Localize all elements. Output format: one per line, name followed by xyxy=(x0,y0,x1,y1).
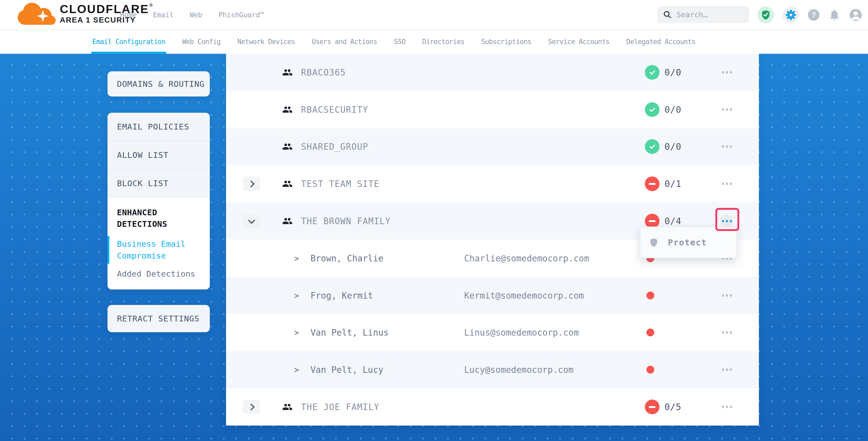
member-caret: > xyxy=(294,328,299,337)
tab-delegated-accounts[interactable]: Delegated Accounts xyxy=(626,30,695,54)
row-menu-button[interactable] xyxy=(720,103,734,116)
page: CLOUDFLARE® AREA 1 SECURITY Home Email W… xyxy=(0,0,868,441)
minus-icon xyxy=(649,183,656,185)
protection-count: 0/0 xyxy=(664,141,681,152)
group-icon xyxy=(282,141,293,152)
member-email: Lucy@somedemocorp.com xyxy=(464,365,574,375)
search-input[interactable] xyxy=(676,10,740,20)
status-badge-blocked xyxy=(645,214,659,228)
row-menu-button[interactable] xyxy=(720,140,734,153)
protection-count: 0/0 xyxy=(664,104,681,115)
member-name: Van Pelt, Lucy xyxy=(310,365,383,375)
member-name: Frog, Kermit xyxy=(310,290,373,301)
menu-item-protect[interactable]: Protect xyxy=(649,238,707,248)
status-badge-ok xyxy=(645,102,659,117)
protection-count: 0/4 xyxy=(664,216,681,226)
table-row-test-team-site[interactable]: TEST TEAM SITE 0/1 xyxy=(226,165,759,202)
nav-phishguard[interactable]: PhishGuard™ xyxy=(218,11,264,19)
search-box[interactable] xyxy=(657,6,749,23)
row-menu-button[interactable] xyxy=(720,66,734,79)
sidebar-section-enhanced-detections: ENHANCED DETECTIONS Business Email Compr… xyxy=(107,198,210,289)
nav-email[interactable]: Email xyxy=(153,11,174,19)
status-dot-blocked xyxy=(646,328,654,336)
member-email: Kermit@somedemocorp.com xyxy=(464,290,584,301)
status-badge-ok xyxy=(645,65,659,80)
sidebar-item-business-email-compromise[interactable]: Business Email Compromise xyxy=(117,238,201,262)
table-row-rbaco365[interactable]: RBACO365 0/0 xyxy=(226,54,759,91)
row-menu-button-active[interactable] xyxy=(720,215,734,228)
member-caret: > xyxy=(294,365,299,374)
nav-home[interactable]: Home xyxy=(120,11,136,19)
group-name: THE JOE FAMILY xyxy=(301,402,379,412)
group-name: THE BROWN FAMILY xyxy=(301,216,391,226)
enhanced-detections-title[interactable]: ENHANCED DETECTIONS xyxy=(117,207,201,230)
chevron-right-icon xyxy=(248,180,255,187)
table-row-van-pelt-lucy[interactable]: > Van Pelt, Lucy Lucy@somedemocorp.com xyxy=(226,351,759,388)
member-email: Charlie@somedemocorp.com xyxy=(464,253,589,263)
tab-email-configuration[interactable]: Email Configuration xyxy=(92,30,165,54)
row-menu-button[interactable] xyxy=(720,363,734,376)
top-nav: Home Email Web PhishGuard™ xyxy=(120,0,264,30)
member-caret: > xyxy=(294,291,299,300)
chevron-right-icon xyxy=(248,404,255,411)
table-row-shared-group[interactable]: SHARED_GROUP 0/0 xyxy=(226,128,759,165)
protection-count: 0/5 xyxy=(664,402,681,412)
active-tab-underline xyxy=(91,52,166,54)
member-email: Linus@somedemocorp.com xyxy=(464,327,579,338)
bell-icon[interactable] xyxy=(828,9,841,21)
member-name: Van Pelt, Linus xyxy=(310,327,389,338)
tab-subscriptions[interactable]: Subscriptions xyxy=(481,30,531,54)
sidebar-item-allow-list[interactable]: ALLOW LIST xyxy=(107,141,210,169)
row-menu-button[interactable] xyxy=(720,177,734,190)
nav-web[interactable]: Web xyxy=(190,11,202,19)
expand-button[interactable] xyxy=(243,400,260,414)
expand-button[interactable] xyxy=(243,177,260,191)
sidebar-item-email-policies[interactable]: EMAIL POLICIES xyxy=(107,113,210,141)
protection-count: 0/1 xyxy=(664,179,681,189)
table-row-van-pelt-linus[interactable]: > Van Pelt, Linus Linus@somedemocorp.com xyxy=(226,314,759,351)
status-badge-blocked xyxy=(645,400,659,414)
group-icon xyxy=(282,402,293,412)
table-row-rbacsecurity[interactable]: RBACSECURITY 0/0 xyxy=(226,91,759,128)
sidebar-item-retract-settings[interactable]: RETRACT SETTINGS xyxy=(107,305,210,332)
tab-web-config[interactable]: Web Config xyxy=(182,30,221,54)
row-menu-button[interactable] xyxy=(720,326,734,339)
sidebar-item-block-list[interactable]: BLOCK LIST xyxy=(107,169,210,198)
help-icon[interactable]: ? xyxy=(808,9,820,21)
row-menu-button[interactable] xyxy=(720,400,734,413)
tab-network-devices[interactable]: Network Devices xyxy=(237,30,295,54)
sidebar-item-domains-routing[interactable]: DOMAINS & ROUTING xyxy=(107,71,210,96)
group-icon xyxy=(282,179,293,189)
status-badge-blocked xyxy=(645,177,659,191)
status-dot-blocked xyxy=(646,366,654,374)
app-header: CLOUDFLARE® AREA 1 SECURITY Home Email W… xyxy=(0,0,868,30)
protection-count: 0/0 xyxy=(664,67,681,77)
active-item-indicator xyxy=(107,236,110,264)
member-name: Brown, Charlie xyxy=(310,253,383,263)
group-name: RBACO365 xyxy=(301,67,346,77)
header-icons: ? xyxy=(757,0,862,30)
table-row-the-joe-family[interactable]: THE JOE FAMILY 0/5 xyxy=(226,388,759,426)
tab-service-accounts[interactable]: Service Accounts xyxy=(548,30,610,54)
group-icon xyxy=(282,67,293,77)
collapse-button[interactable] xyxy=(243,214,260,228)
group-name: SHARED_GROUP xyxy=(301,141,368,152)
row-menu-button[interactable] xyxy=(720,289,734,302)
minus-icon xyxy=(649,220,656,222)
status-badge-ok xyxy=(645,139,659,154)
shield-check-icon[interactable] xyxy=(757,6,774,23)
table-row-frog-kermit[interactable]: > Frog, Kermit Kermit@somedemocorp.com xyxy=(226,277,759,314)
avatar-icon[interactable] xyxy=(849,8,862,22)
group-icon xyxy=(282,104,293,115)
sidebar-item-added-detections[interactable]: Added Detections xyxy=(117,269,201,278)
status-dot-blocked xyxy=(646,291,654,300)
tab-users-and-actions[interactable]: Users and Actions xyxy=(312,30,377,54)
minus-icon xyxy=(649,406,656,408)
config-tabs: Email Configuration Web Config Network D… xyxy=(0,30,868,54)
group-icon xyxy=(282,216,293,226)
gear-icon[interactable] xyxy=(782,6,799,23)
tab-directories[interactable]: Directories xyxy=(422,30,464,54)
row-context-menu: Protect xyxy=(640,226,737,258)
tab-sso[interactable]: SSO xyxy=(394,30,405,54)
svg-text:?: ? xyxy=(812,11,816,19)
